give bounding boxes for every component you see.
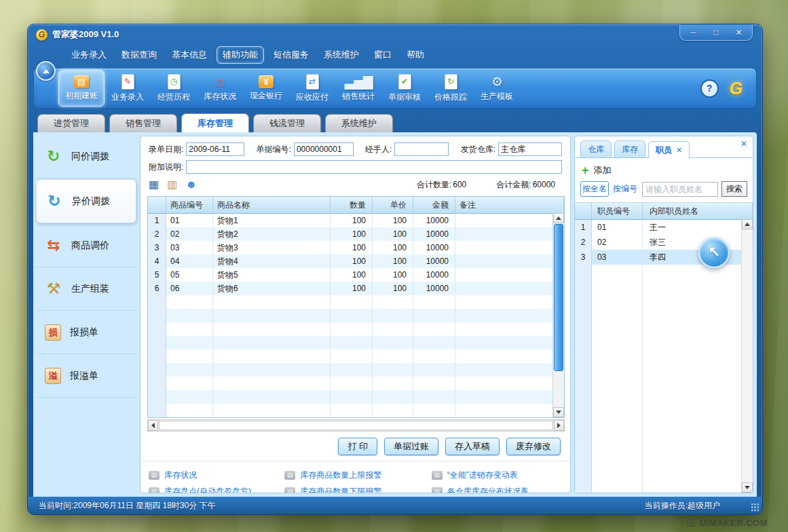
toolbar-button-inventory-status[interactable]: ⌂库存状况 [197,70,243,107]
staff-search-input[interactable] [642,182,718,197]
lookup-tab-inventory[interactable]: 库存 [614,140,645,157]
toolbar-button-receivable-payable[interactable]: ⇄应收应付 [289,70,335,107]
sidebar-item-overflow-report[interactable]: 溢报溢单 [36,354,136,398]
scroll-right-button[interactable] [554,420,564,431]
search-button[interactable]: 搜索 [721,181,747,197]
collapse-toolbar-button[interactable] [36,61,56,81]
save-draft-button[interactable]: 存入草稿 [445,438,500,455]
toolbar-button-production-template[interactable]: ⚙生产模板 [474,70,520,107]
note-input[interactable] [186,160,562,174]
staff-table-row[interactable] [575,294,742,309]
maximize-button[interactable]: □ [707,28,726,37]
date-input[interactable] [186,142,244,156]
staff-table-row[interactable] [575,444,742,459]
doc-no-input[interactable] [294,142,354,156]
toolbar-button-business-entry[interactable]: ✎业务录入 [105,70,151,107]
toolbar-button-cash-bank[interactable]: ¥现金银行 [243,70,289,107]
staff-table-row[interactable] [575,414,742,429]
horizontal-scrollbar[interactable] [147,419,565,432]
brand-logo-icon[interactable]: G [730,79,743,98]
column-header[interactable]: 备注 [455,197,564,213]
items-table-row[interactable] [148,295,553,309]
sidebar-item-loss-report[interactable]: 损报损单 [36,311,136,354]
module-tab-purchase[interactable]: 进货管理 [37,114,105,132]
scroll-up-button[interactable] [553,213,564,223]
vertical-scrollbar[interactable] [552,213,564,417]
quick-link-qty-lower-alarm[interactable]: ▤库存商品数量下限报警 [284,486,431,494]
filter-by-code[interactable]: 按编号 [612,182,639,196]
quick-link-inventory-status[interactable]: ▤库存状况 [149,470,284,481]
column-header[interactable]: 金额 [413,197,455,213]
lookup-tab-warehouse[interactable]: 仓库 [580,140,612,157]
staff-table-row[interactable] [575,369,742,384]
staff-table-row[interactable] [575,489,742,493]
panel-close-icon[interactable]: ✕ [740,139,747,149]
plus-icon[interactable]: + [582,166,589,175]
items-table-row[interactable] [148,390,553,404]
staff-table-row[interactable]: 101王一 [575,220,742,235]
print-button[interactable]: 打 印 [338,438,377,455]
goods-basket-icon[interactable]: ▥ [167,178,177,191]
close-button[interactable]: ✕ [730,28,749,37]
discard-button[interactable]: 废弃修改 [506,438,561,455]
toolbar-button-price-tracking[interactable]: ↻价格跟踪 [428,70,474,107]
menu-item-auxiliary[interactable]: 辅助功能 [217,46,264,64]
staff-table-row[interactable] [575,474,742,489]
quick-link-allround-flow-table[interactable]: ▤“全能”进销存变动表 [432,470,567,481]
add-button[interactable]: 添加 [594,164,612,176]
module-tab-cash-flow[interactable]: 钱流管理 [253,114,321,132]
items-table-row[interactable] [148,349,553,363]
toolbar-button-doc-audit[interactable]: ✔单据审核 [381,70,428,107]
items-table-row[interactable] [148,309,553,322]
minimize-button[interactable]: ─ [684,28,703,37]
items-table-row[interactable]: 202货物210010010000 [148,227,553,241]
scrollbar-thumb[interactable] [554,224,563,371]
staff-person-icon[interactable]: ☻ [185,178,197,191]
module-tab-inventory[interactable]: 库存管理 [181,113,249,132]
toolbar-button-initial-setup[interactable]: ▤初期建账 [58,70,105,107]
menu-item-system-maintenance[interactable]: 系统维护 [318,47,364,63]
staff-table-row[interactable] [575,399,742,414]
staff-table-row[interactable] [575,339,742,354]
items-table-row[interactable]: 606货物610010010000 [148,282,553,295]
menu-item-window[interactable]: 窗口 [369,47,397,63]
module-tab-sales[interactable]: 销售管理 [109,114,177,132]
staff-table-row[interactable] [575,354,742,369]
toolbar-button-sales-stats[interactable]: ▃▅▇销售统计 [335,70,381,107]
items-table-row[interactable] [148,377,553,390]
tab-close-icon[interactable]: ✕ [676,146,682,155]
column-header[interactable]: 单价 [373,197,413,213]
handler-input[interactable] [394,142,449,156]
sidebar-item-price-adjust[interactable]: ⇆商品调价 [36,224,136,267]
staff-table-row[interactable] [575,459,742,474]
items-table-row[interactable]: 101货物110010010000 [148,214,553,227]
help-icon[interactable]: ? [700,79,719,98]
sidebar-item-production-assembly[interactable]: ⚒生产组装 [36,267,136,311]
items-table-row[interactable]: 505货物510010010000 [148,268,553,282]
menu-item-help[interactable]: 帮助 [401,47,430,63]
items-table-row[interactable]: 303货物310010010000 [148,241,553,254]
sidebar-item-diff-price-transfer[interactable]: ↻异价调拨 [36,179,136,223]
items-table-row[interactable] [148,322,553,336]
menu-item-business-entry[interactable]: 业务录入 [66,47,112,63]
warehouse-input[interactable] [498,142,562,156]
resize-grip[interactable] [751,503,759,512]
column-header[interactable]: 商品编号 [166,197,213,213]
scroll-up-button[interactable] [742,219,753,229]
staff-table-row[interactable] [575,309,742,324]
menu-item-sms-service[interactable]: 短信服务 [268,47,314,63]
lookup-tab-staff[interactable]: 职员✕ [648,141,690,158]
items-table-row[interactable]: 404货物410010010000 [148,254,553,268]
scroll-down-button[interactable] [553,407,564,417]
quick-link-stocktake[interactable]: ▤库存盘点(自动盘盈盘亏) [149,486,284,494]
items-table-row[interactable] [148,363,553,377]
post-button[interactable]: 单据过账 [384,438,438,455]
scroll-down-button[interactable] [742,482,753,493]
staff-table-row[interactable] [575,384,742,399]
toolbar-button-operation-history[interactable]: ◷经营历程 [151,70,197,107]
staff-table-row[interactable] [575,280,742,294]
items-table-row[interactable] [148,336,553,349]
quick-link-qty-upper-alarm[interactable]: ▤库存商品数量上限报警 [284,470,431,481]
items-table-row[interactable] [148,404,553,417]
menu-item-data-query[interactable]: 数据查询 [116,47,162,63]
